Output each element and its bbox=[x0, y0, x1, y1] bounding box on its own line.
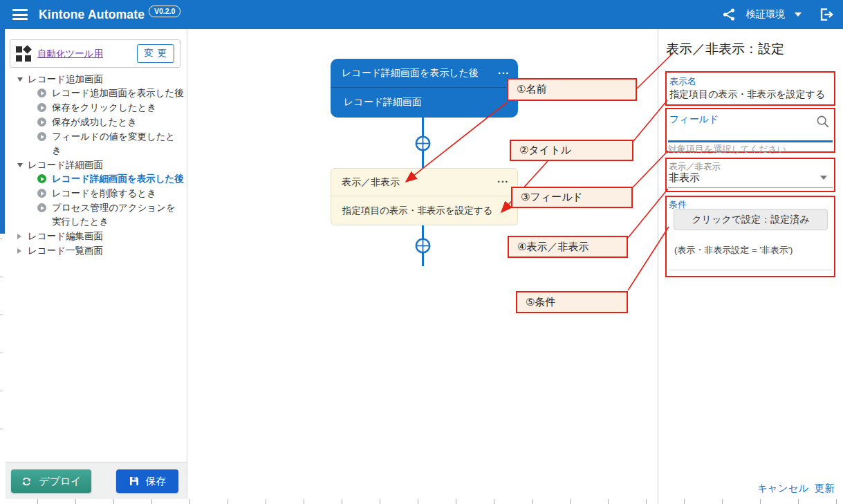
app-title: Kintone Automate bbox=[39, 0, 145, 29]
refresh-icon bbox=[21, 476, 33, 487]
field-group: フィールド 対象項目を選択してください bbox=[665, 108, 835, 153]
condition-divider bbox=[669, 270, 832, 270]
field-label: フィールド bbox=[669, 113, 719, 126]
event-play-icon-active bbox=[37, 174, 46, 183]
update-link[interactable]: 更新 bbox=[815, 482, 835, 495]
action-node-body: 指定項目の表示・非表示を設定する bbox=[331, 196, 517, 225]
event-tree: レコード追加画面 レコード追加画面を表示した後 保存をクリックしたとき 保存が成… bbox=[6, 72, 187, 258]
annotation-visibility: ④表示／非表示 bbox=[508, 236, 628, 258]
settings-panel-title: 表示／非表示：設定 bbox=[666, 40, 784, 58]
sidebar: 自動化ツール用 変 更 レコード追加画面 レコード追加画面を表示した後 保存をク… bbox=[6, 29, 187, 499]
annotation-title: ②タイトル bbox=[510, 140, 633, 161]
visibility-select[interactable]: 非表示 bbox=[669, 171, 700, 185]
version-badge: V0.2.0 bbox=[149, 6, 180, 17]
app-icon bbox=[16, 46, 31, 62]
left-edge-strip bbox=[0, 29, 5, 234]
collapse-triangle-icon[interactable] bbox=[17, 163, 24, 167]
trigger-node-body: レコード詳細画面 bbox=[331, 88, 518, 116]
tree-item[interactable]: フィールドの値を変更したとき bbox=[6, 130, 187, 158]
deploy-button[interactable]: デプロイ bbox=[11, 469, 91, 493]
plus-circle-icon bbox=[415, 136, 431, 151]
share-icon[interactable] bbox=[721, 7, 737, 22]
event-play-icon bbox=[37, 88, 46, 97]
left-edge-ticks bbox=[0, 239, 3, 439]
action-node-header: 表示／非表示 bbox=[331, 169, 517, 196]
cancel-link[interactable]: キャンセル bbox=[757, 482, 808, 495]
tree-item[interactable]: レコード追加画面を表示した後 bbox=[6, 86, 187, 101]
tree-group-record-list[interactable]: レコード一覧画面 bbox=[6, 243, 187, 258]
action-node[interactable]: 表示／非表示 ... 指定項目の表示・非表示を設定する bbox=[331, 168, 518, 225]
tree-item[interactable]: プロセス管理のアクションを実行したとき bbox=[6, 201, 187, 229]
trigger-node[interactable]: レコード詳細画面を表示した後 ... レコード詳細画面 bbox=[331, 59, 518, 118]
change-app-button[interactable]: 変 更 bbox=[137, 44, 174, 63]
bottom-ruler-ticks bbox=[0, 499, 843, 504]
event-play-icon bbox=[37, 118, 46, 127]
tree-group-label: レコード一覧画面 bbox=[28, 245, 103, 257]
environment-selector[interactable]: 検証環境 bbox=[746, 8, 785, 21]
annotation-name: ①名前 bbox=[507, 78, 637, 101]
tree-group-record-detail[interactable]: レコード詳細画面 bbox=[6, 158, 187, 172]
expand-triangle-icon[interactable] bbox=[17, 234, 24, 239]
condition-group: 条件 クリックで設定：設定済み (表示・非表示設定 = '非表示') bbox=[665, 196, 835, 277]
floppy-icon bbox=[129, 476, 140, 487]
visibility-group: 表示／非表示 非表示 bbox=[665, 158, 835, 192]
app-selector-box: 自動化ツール用 変 更 bbox=[10, 39, 180, 68]
display-name-value[interactable]: 指定項目の表示・非表示を設定する bbox=[669, 88, 825, 101]
magnifier-icon[interactable] bbox=[815, 114, 831, 129]
tree-group-label: レコード追加画面 bbox=[28, 73, 103, 86]
event-play-icon bbox=[37, 189, 46, 198]
node-menu-icon[interactable]: ... bbox=[498, 64, 510, 76]
add-step-button[interactable] bbox=[415, 136, 431, 151]
tree-group-record-add[interactable]: レコード追加画面 bbox=[6, 72, 187, 86]
field-hint-text: 対象項目を選択してください bbox=[668, 143, 786, 156]
condition-set-button[interactable]: クリックで設定：設定済み bbox=[674, 209, 828, 230]
display-name-label: 表示名 bbox=[669, 75, 696, 88]
event-play-icon bbox=[37, 203, 46, 212]
annotation-condition: ⑤条件 bbox=[516, 291, 628, 313]
logout-icon[interactable] bbox=[817, 6, 835, 24]
tree-item[interactable]: 保存が成功したとき bbox=[6, 115, 187, 130]
chevron-down-icon[interactable] bbox=[795, 12, 802, 17]
tree-group-record-edit[interactable]: レコード編集画面 bbox=[6, 229, 187, 243]
display-name-group: 表示名 指定項目の表示・非表示を設定する bbox=[665, 71, 835, 106]
top-bar: Kintone Automate V0.2.0 検証環境 bbox=[0, 0, 843, 29]
hamburger-menu-icon[interactable] bbox=[12, 9, 28, 20]
add-step-button[interactable] bbox=[415, 238, 431, 254]
expand-triangle-icon[interactable] bbox=[17, 248, 24, 254]
event-play-icon bbox=[37, 103, 46, 112]
tree-group-label: レコード詳細画面 bbox=[28, 159, 103, 171]
save-button[interactable]: 保存 bbox=[116, 469, 178, 493]
collapse-triangle-icon[interactable] bbox=[17, 77, 24, 82]
event-play-icon bbox=[37, 132, 46, 141]
trigger-node-header: レコード詳細画面を表示した後 bbox=[331, 59, 518, 88]
field-input-underline[interactable] bbox=[668, 140, 833, 142]
tree-item[interactable]: レコードを削除するとき bbox=[6, 187, 187, 201]
node-menu-icon[interactable]: ... bbox=[497, 173, 509, 185]
kintone-automate-app: Kintone Automate V0.2.0 検証環境 自動化ツール用 変 更 bbox=[0, 0, 843, 504]
tree-item[interactable]: 保存をクリックしたとき bbox=[6, 101, 187, 115]
app-link[interactable]: 自動化ツール用 bbox=[37, 48, 103, 60]
sidebar-footer: デプロイ 保存 bbox=[6, 462, 187, 499]
plus-circle-icon bbox=[415, 238, 431, 254]
tree-group-label: レコード編集画面 bbox=[28, 230, 103, 243]
condition-expression: (表示・非表示設定 = '非表示') bbox=[674, 244, 793, 256]
visibility-underline bbox=[668, 187, 833, 188]
dropdown-caret-icon[interactable] bbox=[820, 176, 827, 180]
annotation-field: ③フィールド bbox=[511, 187, 633, 208]
tree-item-selected[interactable]: レコード詳細画面を表示した後 bbox=[6, 172, 187, 187]
